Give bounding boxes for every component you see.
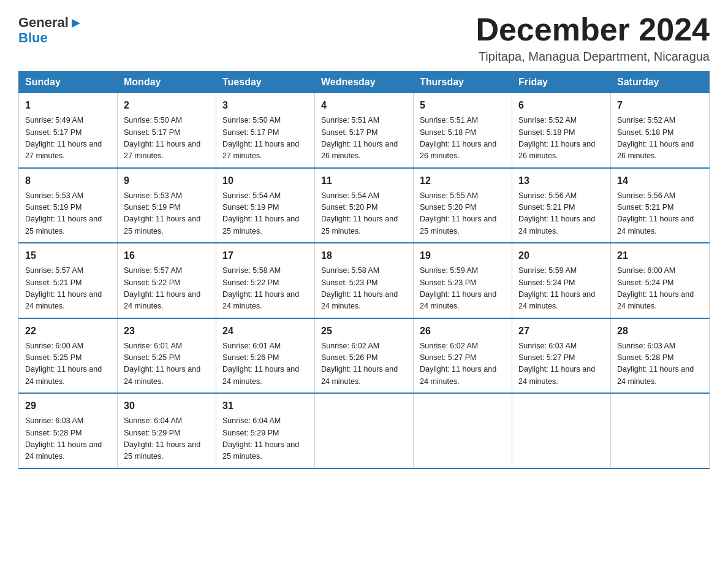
- calendar-cell: [414, 393, 512, 469]
- weekday-header-sunday: Sunday: [19, 72, 118, 93]
- day-number: 1: [25, 98, 111, 113]
- calendar-cell: 10Sunrise: 5:54 AMSunset: 5:19 PMDayligh…: [216, 168, 315, 243]
- logo-blue: Blue: [18, 30, 48, 45]
- calendar-week-row: 22Sunrise: 6:00 AMSunset: 5:25 PMDayligh…: [19, 318, 710, 394]
- title-section: December 2024 Tipitapa, Managua Departme…: [476, 12, 710, 64]
- logo: General Blue: [18, 12, 83, 46]
- calendar-cell: 20Sunrise: 5:59 AMSunset: 5:24 PMDayligh…: [512, 243, 611, 318]
- calendar-table: SundayMondayTuesdayWednesdayThursdayFrid…: [18, 71, 710, 469]
- calendar-cell: 29Sunrise: 6:03 AMSunset: 5:28 PMDayligh…: [19, 393, 118, 469]
- day-number: 29: [25, 399, 111, 413]
- day-info: Sunrise: 5:57 AMSunset: 5:22 PMDaylight:…: [124, 265, 210, 313]
- day-info: Sunrise: 5:52 AMSunset: 5:18 PMDaylight:…: [617, 115, 703, 163]
- day-number: 14: [617, 174, 703, 188]
- day-info: Sunrise: 5:52 AMSunset: 5:18 PMDaylight:…: [518, 115, 604, 163]
- day-number: 7: [617, 98, 703, 113]
- day-info: Sunrise: 6:02 AMSunset: 5:26 PMDaylight:…: [321, 340, 407, 388]
- page-header: General Blue December 2024 Tipitapa, Man…: [18, 12, 710, 64]
- weekday-header-wednesday: Wednesday: [315, 72, 414, 93]
- day-info: Sunrise: 5:59 AMSunset: 5:24 PMDaylight:…: [518, 265, 604, 313]
- day-number: 10: [222, 174, 308, 188]
- calendar-cell: 30Sunrise: 6:04 AMSunset: 5:29 PMDayligh…: [118, 393, 216, 469]
- logo-general: General: [18, 15, 69, 30]
- day-info: Sunrise: 5:54 AMSunset: 5:19 PMDaylight:…: [222, 190, 308, 238]
- day-info: Sunrise: 5:50 AMSunset: 5:17 PMDaylight:…: [222, 115, 308, 163]
- calendar-cell: 15Sunrise: 5:57 AMSunset: 5:21 PMDayligh…: [19, 243, 118, 318]
- calendar-cell: 25Sunrise: 6:02 AMSunset: 5:26 PMDayligh…: [315, 318, 414, 394]
- weekday-header-thursday: Thursday: [414, 72, 512, 93]
- day-number: 23: [124, 324, 210, 339]
- day-info: Sunrise: 5:57 AMSunset: 5:21 PMDaylight:…: [25, 265, 111, 313]
- calendar-body: 1Sunrise: 5:49 AMSunset: 5:17 PMDaylight…: [19, 93, 710, 469]
- day-info: Sunrise: 5:58 AMSunset: 5:23 PMDaylight:…: [321, 265, 407, 313]
- day-number: 17: [222, 248, 308, 263]
- day-info: Sunrise: 5:53 AMSunset: 5:19 PMDaylight:…: [124, 190, 210, 238]
- calendar-cell: 16Sunrise: 5:57 AMSunset: 5:22 PMDayligh…: [118, 243, 216, 318]
- calendar-cell: 1Sunrise: 5:49 AMSunset: 5:17 PMDaylight…: [19, 93, 118, 168]
- calendar-cell: [611, 393, 710, 469]
- calendar-cell: 2Sunrise: 5:50 AMSunset: 5:17 PMDaylight…: [118, 93, 216, 168]
- calendar-cell: 19Sunrise: 5:59 AMSunset: 5:23 PMDayligh…: [414, 243, 512, 318]
- day-info: Sunrise: 6:00 AMSunset: 5:24 PMDaylight:…: [617, 265, 703, 313]
- calendar-cell: 27Sunrise: 6:03 AMSunset: 5:27 PMDayligh…: [512, 318, 611, 394]
- day-number: 8: [25, 174, 111, 188]
- day-number: 27: [518, 324, 604, 339]
- calendar-cell: 4Sunrise: 5:51 AMSunset: 5:17 PMDaylight…: [315, 93, 414, 168]
- calendar-week-row: 8Sunrise: 5:53 AMSunset: 5:19 PMDaylight…: [19, 168, 710, 243]
- weekday-header-monday: Monday: [118, 72, 216, 93]
- day-info: Sunrise: 5:56 AMSunset: 5:21 PMDaylight:…: [518, 190, 604, 238]
- day-info: Sunrise: 5:56 AMSunset: 5:21 PMDaylight:…: [617, 190, 703, 238]
- calendar-cell: 31Sunrise: 6:04 AMSunset: 5:29 PMDayligh…: [216, 393, 315, 469]
- calendar-header: SundayMondayTuesdayWednesdayThursdayFrid…: [19, 72, 710, 93]
- day-number: 9: [124, 174, 210, 188]
- day-number: 24: [222, 324, 308, 339]
- day-number: 28: [617, 324, 703, 339]
- month-title: December 2024: [476, 12, 710, 47]
- weekday-header-friday: Friday: [512, 72, 611, 93]
- day-number: 31: [222, 399, 308, 413]
- calendar-cell: 8Sunrise: 5:53 AMSunset: 5:19 PMDaylight…: [19, 168, 118, 243]
- calendar-cell: 17Sunrise: 5:58 AMSunset: 5:22 PMDayligh…: [216, 243, 315, 318]
- day-info: Sunrise: 6:00 AMSunset: 5:25 PMDaylight:…: [25, 340, 111, 388]
- day-info: Sunrise: 5:53 AMSunset: 5:19 PMDaylight:…: [25, 190, 111, 238]
- day-number: 25: [321, 324, 407, 339]
- day-info: Sunrise: 5:59 AMSunset: 5:23 PMDaylight:…: [420, 265, 506, 313]
- calendar-cell: 7Sunrise: 5:52 AMSunset: 5:18 PMDaylight…: [611, 93, 710, 168]
- day-number: 18: [321, 248, 407, 263]
- day-info: Sunrise: 6:03 AMSunset: 5:28 PMDaylight:…: [617, 340, 703, 388]
- weekday-header-tuesday: Tuesday: [216, 72, 315, 93]
- calendar-cell: 22Sunrise: 6:00 AMSunset: 5:25 PMDayligh…: [19, 318, 118, 394]
- day-number: 12: [420, 174, 506, 188]
- calendar-cell: [512, 393, 611, 469]
- calendar-cell: 24Sunrise: 6:01 AMSunset: 5:26 PMDayligh…: [216, 318, 315, 394]
- day-number: 2: [124, 98, 210, 113]
- calendar-week-row: 29Sunrise: 6:03 AMSunset: 5:28 PMDayligh…: [19, 393, 710, 469]
- calendar-cell: 9Sunrise: 5:53 AMSunset: 5:19 PMDaylight…: [118, 168, 216, 243]
- day-number: 5: [420, 98, 506, 113]
- day-info: Sunrise: 6:01 AMSunset: 5:25 PMDaylight:…: [124, 340, 210, 388]
- logo-arrow-icon: [69, 17, 83, 30]
- day-info: Sunrise: 6:01 AMSunset: 5:26 PMDaylight:…: [222, 340, 308, 388]
- calendar-cell: 6Sunrise: 5:52 AMSunset: 5:18 PMDaylight…: [512, 93, 611, 168]
- location-subtitle: Tipitapa, Managua Department, Nicaragua: [476, 50, 710, 64]
- calendar-week-row: 1Sunrise: 5:49 AMSunset: 5:17 PMDaylight…: [19, 93, 710, 168]
- day-number: 3: [222, 98, 308, 113]
- day-info: Sunrise: 6:03 AMSunset: 5:28 PMDaylight:…: [25, 415, 111, 463]
- weekday-header-saturday: Saturday: [611, 72, 710, 93]
- day-info: Sunrise: 6:02 AMSunset: 5:27 PMDaylight:…: [420, 340, 506, 388]
- day-info: Sunrise: 5:50 AMSunset: 5:17 PMDaylight:…: [124, 115, 210, 163]
- calendar-week-row: 15Sunrise: 5:57 AMSunset: 5:21 PMDayligh…: [19, 243, 710, 318]
- calendar-cell: 13Sunrise: 5:56 AMSunset: 5:21 PMDayligh…: [512, 168, 611, 243]
- day-number: 20: [518, 248, 604, 263]
- day-info: Sunrise: 6:04 AMSunset: 5:29 PMDaylight:…: [222, 415, 308, 463]
- calendar-cell: 14Sunrise: 5:56 AMSunset: 5:21 PMDayligh…: [611, 168, 710, 243]
- day-number: 4: [321, 98, 407, 113]
- calendar-cell: 28Sunrise: 6:03 AMSunset: 5:28 PMDayligh…: [611, 318, 710, 394]
- calendar-cell: 5Sunrise: 5:51 AMSunset: 5:18 PMDaylight…: [414, 93, 512, 168]
- day-number: 11: [321, 174, 407, 188]
- calendar-cell: 18Sunrise: 5:58 AMSunset: 5:23 PMDayligh…: [315, 243, 414, 318]
- day-number: 19: [420, 248, 506, 263]
- calendar-cell: 3Sunrise: 5:50 AMSunset: 5:17 PMDaylight…: [216, 93, 315, 168]
- day-number: 26: [420, 324, 506, 339]
- calendar-cell: [315, 393, 414, 469]
